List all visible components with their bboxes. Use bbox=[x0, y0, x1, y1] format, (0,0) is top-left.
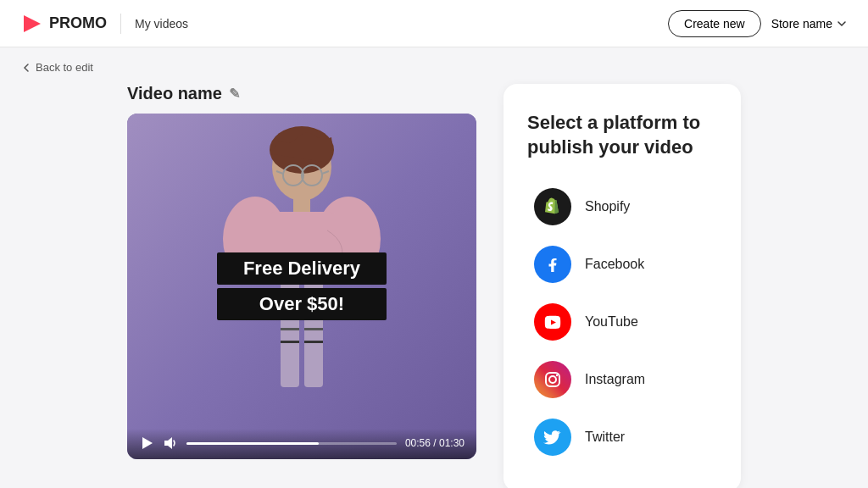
youtube-icon bbox=[534, 303, 571, 341]
facebook-logo bbox=[542, 253, 564, 275]
video-player: Free Delivery Over $50! bbox=[127, 114, 476, 459]
instagram-logo bbox=[542, 369, 564, 391]
volume-button[interactable] bbox=[163, 435, 178, 451]
svg-point-29 bbox=[549, 376, 556, 383]
svg-rect-14 bbox=[281, 341, 299, 343]
nav-my-videos[interactable]: My videos bbox=[135, 17, 188, 30]
youtube-logo bbox=[542, 311, 564, 333]
instagram-label: Instagram bbox=[585, 372, 645, 387]
svg-rect-18 bbox=[304, 328, 323, 330]
panel-title: Select a platform to publish your video bbox=[527, 111, 717, 159]
chevron-down-icon bbox=[836, 18, 848, 30]
twitter-label: Twitter bbox=[585, 430, 625, 445]
video-section: Video name ✎ bbox=[127, 84, 476, 459]
instagram-icon bbox=[534, 361, 571, 398]
shopify-logo bbox=[542, 196, 564, 218]
progress-fill bbox=[186, 442, 319, 445]
store-button[interactable]: Store name bbox=[771, 17, 848, 30]
svg-marker-27 bbox=[164, 437, 172, 449]
platform-item-shopify[interactable]: Shopify bbox=[527, 180, 717, 234]
nav-divider bbox=[120, 14, 121, 34]
platform-item-youtube[interactable]: YouTube bbox=[527, 295, 717, 349]
platform-list: Shopify Facebook YouTube bbox=[527, 180, 717, 464]
twitter-icon bbox=[534, 419, 571, 456]
video-title-text: Video name bbox=[127, 84, 222, 103]
time-display: 00:56 / 01:30 bbox=[405, 437, 465, 449]
volume-icon bbox=[163, 435, 178, 451]
progress-bar[interactable] bbox=[186, 442, 397, 445]
svg-marker-0 bbox=[24, 15, 41, 32]
platform-panel: Select a platform to publish your video … bbox=[504, 84, 741, 488]
video-background: Free Delivery Over $50! bbox=[127, 114, 476, 459]
chevron-left-icon bbox=[20, 62, 32, 74]
facebook-icon bbox=[534, 246, 571, 283]
header: PROMO My videos Create new Store name bbox=[0, 0, 868, 47]
logo-icon bbox=[20, 12, 44, 36]
facebook-label: Facebook bbox=[585, 257, 644, 272]
overlay-line1: Free Delivery bbox=[217, 252, 387, 285]
video-overlay: Free Delivery Over $50! bbox=[217, 252, 387, 320]
shopify-icon bbox=[534, 188, 571, 225]
platform-item-facebook[interactable]: Facebook bbox=[527, 237, 717, 291]
back-to-edit-link[interactable]: Back to edit bbox=[20, 61, 848, 74]
svg-rect-19 bbox=[304, 341, 323, 343]
svg-rect-13 bbox=[281, 328, 299, 330]
platform-item-instagram[interactable]: Instagram bbox=[527, 352, 717, 407]
header-right: Create new Store name bbox=[668, 10, 848, 37]
main-content: Video name ✎ bbox=[0, 74, 868, 488]
platform-item-twitter[interactable]: Twitter bbox=[527, 410, 717, 464]
twitter-logo bbox=[542, 426, 564, 448]
play-icon bbox=[139, 435, 154, 451]
shopify-label: Shopify bbox=[585, 199, 630, 214]
create-new-button[interactable]: Create new bbox=[668, 10, 761, 37]
logo: PROMO bbox=[20, 12, 107, 36]
edit-title-icon[interactable]: ✎ bbox=[229, 86, 240, 102]
header-left: PROMO My videos bbox=[20, 12, 188, 36]
svg-rect-3 bbox=[293, 197, 310, 214]
overlay-line2: Over $50! bbox=[217, 288, 387, 320]
svg-point-30 bbox=[556, 374, 558, 376]
youtube-label: YouTube bbox=[585, 314, 638, 330]
logo-text: PROMO bbox=[49, 14, 107, 32]
svg-marker-26 bbox=[142, 437, 153, 449]
video-controls: 00:56 / 01:30 bbox=[127, 429, 476, 459]
video-title-row: Video name ✎ bbox=[127, 84, 476, 103]
back-bar: Back to edit bbox=[0, 47, 868, 74]
play-button[interactable] bbox=[139, 435, 154, 451]
